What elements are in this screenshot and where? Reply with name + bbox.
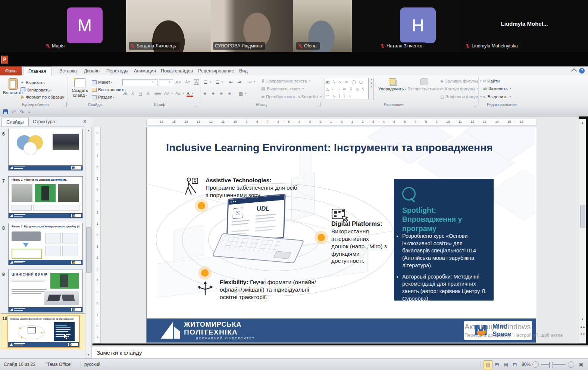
columns-button[interactable]: ▥ bbox=[239, 91, 246, 96]
collapse-ribbon-icon[interactable] bbox=[571, 68, 577, 74]
zoom-percentage[interactable]: 80% bbox=[522, 362, 531, 367]
view-sorter-button[interactable]: ⊞ bbox=[493, 360, 501, 369]
participant-tile-mariia[interactable]: M Марія bbox=[0, 0, 126, 52]
participant-tile-bohdana[interactable]: Богдана Ляховець bbox=[126, 0, 211, 52]
app-icon[interactable]: P bbox=[1, 56, 8, 63]
shape-gallery-scroll[interactable]: ▲▼⊻ bbox=[369, 78, 374, 100]
shrink-font-button[interactable]: A˅ bbox=[185, 80, 190, 84]
quick-styles-button[interactable]: Экспресс-стили bbox=[407, 78, 441, 91]
close-panel-icon[interactable]: ✕ bbox=[83, 119, 87, 124]
notes-pane[interactable]: Заметки к слайду bbox=[92, 345, 588, 358]
tab-view[interactable]: Вид bbox=[234, 66, 253, 75]
redo-icon[interactable]: ↷ bbox=[20, 109, 24, 115]
underline-button[interactable]: Ч bbox=[139, 91, 142, 96]
panel-scrollbar[interactable]: ▲ ▼ bbox=[85, 127, 92, 358]
grow-font-button[interactable]: A˄ bbox=[175, 80, 181, 85]
help-icon[interactable]: ? bbox=[579, 68, 585, 74]
digital-text[interactable]: Digital Platforms:Використання інтеракти… bbox=[331, 220, 387, 265]
scroll-up-icon[interactable]: ▲ bbox=[579, 121, 586, 124]
new-slide-button[interactable]: Создать слайд bbox=[70, 78, 90, 98]
tab-insert[interactable]: Вставка bbox=[54, 66, 81, 75]
spotlight-box[interactable]: Spotlight: Впровадження у програму Розро… bbox=[394, 179, 494, 301]
zoom-slider-track[interactable] bbox=[541, 364, 566, 365]
bold-button[interactable]: Ж bbox=[123, 91, 127, 96]
section-button[interactable]: Раздел bbox=[92, 95, 115, 99]
line-spacing-button[interactable]: ↕≡ bbox=[247, 80, 255, 84]
slide-thumbnail-9[interactable]: ЦІННІСНИЙ ВИМІР bbox=[8, 270, 83, 313]
slide-thumbnail-6[interactable] bbox=[8, 129, 83, 171]
tab-review[interactable]: Рецензирование bbox=[193, 66, 239, 75]
tab-slideshow[interactable]: Показ слайдов bbox=[156, 66, 198, 75]
tab-slides-panel[interactable]: Слайды bbox=[1, 118, 29, 126]
cut-button[interactable]: ✂Вырезать bbox=[21, 80, 45, 85]
view-normal-button[interactable]: ▥ bbox=[484, 360, 492, 369]
find-button[interactable]: ⌭Найти bbox=[483, 78, 500, 83]
font-size-dropdown-icon[interactable]: ▾ bbox=[169, 81, 170, 84]
increase-indent-button[interactable]: ⇥ bbox=[237, 80, 241, 85]
arrange-button[interactable]: Упорядочить bbox=[378, 78, 406, 91]
shape-fill-button[interactable]: ◈Заливка фигуры bbox=[440, 78, 481, 84]
zoom-slider-thumb[interactable] bbox=[549, 362, 553, 368]
slide-thumbnail-8[interactable]: Рівень 2: Від діагнозу до Універсального… bbox=[8, 223, 83, 265]
zoom-in-button[interactable]: + bbox=[568, 361, 574, 368]
slide-thumbnail-10[interactable]: Inclusive Learning Environment: Інструме… bbox=[7, 315, 80, 348]
undo-icon[interactable]: ↶ bbox=[12, 109, 16, 115]
tab-outline-panel[interactable]: Структура bbox=[28, 118, 59, 126]
participant-tile-olena[interactable]: Olena bbox=[293, 0, 375, 52]
align-center-button[interactable]: ≡ bbox=[212, 91, 215, 96]
font-dialog-launcher-icon[interactable] bbox=[194, 102, 198, 106]
font-size-combo[interactable] bbox=[159, 79, 173, 86]
strikethrough-button[interactable]: abc bbox=[154, 91, 161, 96]
format-painter-button[interactable]: Формат по образцу bbox=[21, 95, 64, 99]
participant-tile-natalia[interactable]: H Наталя Зінченко bbox=[375, 0, 461, 52]
character-spacing-button[interactable]: AV bbox=[164, 91, 173, 96]
bullets-button[interactable]: ☰ bbox=[204, 80, 211, 85]
zoom-out-button[interactable]: − bbox=[532, 361, 539, 368]
decrease-indent-button[interactable]: ⇤ bbox=[229, 80, 233, 85]
previous-slide-button[interactable]: ▲▲ bbox=[579, 325, 586, 329]
align-left-button[interactable]: ≡ bbox=[204, 91, 206, 96]
fit-to-window-button[interactable]: ▣ bbox=[577, 360, 585, 369]
align-right-button[interactable]: ≡ bbox=[220, 91, 223, 96]
tab-design[interactable]: Дизайн bbox=[79, 66, 104, 75]
flexibility-text[interactable]: Flexibility: Гнучкі формати (онлайн/офла… bbox=[220, 279, 320, 301]
justify-button[interactable]: ≡ bbox=[228, 91, 231, 96]
text-direction-button[interactable]: ⇵Направление текста bbox=[261, 78, 310, 84]
slide-thumbnail-7[interactable]: Рівень 1: Фізична та цифрова доступність bbox=[8, 176, 83, 218]
qat-customize-icon[interactable]: ≂ bbox=[28, 110, 31, 114]
assistive-text[interactable]: Assistive Technologies:Програмне забезпе… bbox=[206, 177, 299, 199]
scroll-down-icon[interactable]: ▼ bbox=[579, 318, 586, 321]
participant-tile-suvorova[interactable]: СУВОРОВА Людмила bbox=[211, 0, 293, 52]
theme-name[interactable]: "Тема Office" bbox=[46, 362, 72, 367]
reset-button[interactable]: Восстановить bbox=[92, 87, 126, 92]
slide-scrollbar[interactable]: ▲ ▼ ▲▲ ▼▼ bbox=[579, 119, 586, 343]
slide-title[interactable]: Inclusive Learning Environment: Інструме… bbox=[158, 142, 501, 154]
slide-scrollbar-thumb[interactable] bbox=[580, 205, 585, 228]
paragraph-dialog-launcher-icon[interactable] bbox=[316, 102, 320, 106]
font-color-button[interactable]: А bbox=[187, 91, 193, 97]
select-button[interactable]: ▻Выделить bbox=[483, 94, 511, 99]
scroll-down-icon[interactable]: ▼ bbox=[85, 353, 91, 357]
shape-outline-button[interactable]: ▱Контур фигуры bbox=[440, 86, 479, 91]
font-name-dropdown-icon[interactable]: ▾ bbox=[152, 81, 154, 84]
panel-scrollbar-thumb[interactable] bbox=[86, 227, 91, 273]
layout-button[interactable]: Макет bbox=[92, 80, 112, 84]
numbering-button[interactable]: ☰ bbox=[216, 80, 223, 85]
tab-home[interactable]: Главная bbox=[23, 66, 51, 75]
save-icon[interactable] bbox=[3, 109, 8, 114]
tab-file[interactable]: Файл bbox=[0, 66, 22, 75]
smartart-button[interactable]: ▱Преобразовать в SmartArt bbox=[261, 94, 322, 99]
view-reading-button[interactable]: ▤ bbox=[502, 360, 510, 369]
scroll-up-icon[interactable]: ▲ bbox=[85, 129, 91, 132]
slide-canvas[interactable]: Inclusive Learning Environment: Інструме… bbox=[146, 127, 536, 343]
shadow-button[interactable]: S bbox=[147, 91, 149, 96]
shape-effects-button[interactable]: ◻Эффекты фигур bbox=[440, 94, 482, 99]
align-text-button[interactable]: ▤Выровнять текст bbox=[261, 86, 304, 91]
clear-formatting-button[interactable]: 🄰 bbox=[194, 80, 199, 85]
language-indicator[interactable]: русский bbox=[84, 362, 100, 367]
clipboard-dialog-launcher-icon[interactable] bbox=[63, 102, 67, 106]
replace-button[interactable]: abЗаменить bbox=[483, 86, 511, 91]
next-slide-button[interactable]: ▼▼ bbox=[579, 333, 586, 336]
drawing-dialog-launcher-icon[interactable] bbox=[473, 102, 477, 106]
change-case-button[interactable]: Aa bbox=[175, 91, 184, 96]
